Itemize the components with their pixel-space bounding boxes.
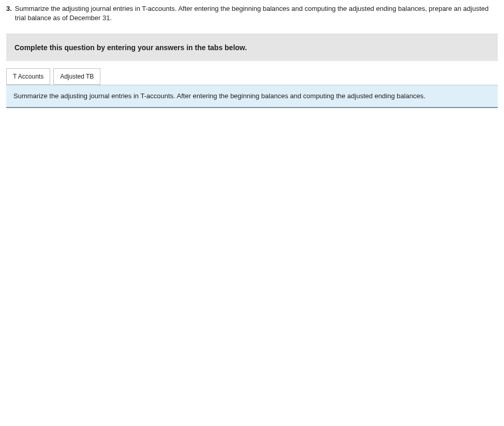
t-accounts-area (6, 107, 498, 108)
tab-row: T Accounts Adjusted TB (6, 68, 498, 85)
instruction-banner: Complete this question by entering your … (6, 34, 498, 61)
instruction-banner-text: Complete this question by entering your … (14, 43, 247, 52)
tab-t-accounts[interactable]: T Accounts (6, 68, 50, 85)
question-row: 3. Summarize the adjusting journal entri… (6, 4, 498, 22)
question-number: 3. (6, 4, 12, 22)
sub-instructions-banner: Summarize the adjusting journal entries … (6, 85, 498, 107)
sub-instructions-text: Summarize the adjusting journal entries … (13, 92, 425, 100)
question-text: Summarize the adjusting journal entries … (15, 4, 498, 22)
tab-adjusted-tb[interactable]: Adjusted TB (53, 68, 100, 85)
